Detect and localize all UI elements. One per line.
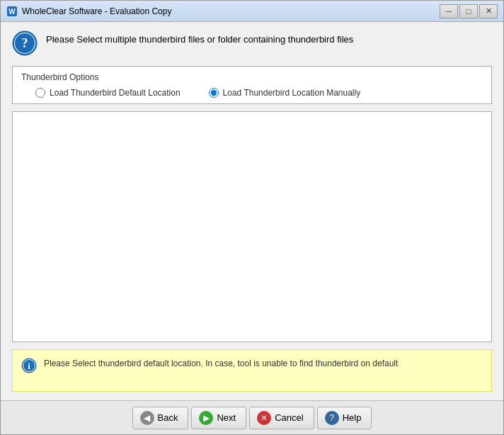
cancel-button[interactable]: ✕ Cancel: [249, 407, 314, 429]
svg-text:i: i: [28, 361, 30, 371]
info-text: Please Select thunderbird default locati…: [44, 357, 398, 370]
help-button[interactable]: ? Help: [317, 407, 372, 429]
question-icon: ?: [12, 30, 38, 56]
svg-text:?: ?: [22, 36, 28, 50]
minimize-button[interactable]: ─: [440, 4, 458, 18]
close-button[interactable]: ✕: [479, 4, 498, 18]
header-row: ? Please Select multiple thunderbird fil…: [12, 30, 492, 56]
info-icon: i: [21, 358, 37, 373]
options-row: Load Thunderbird Default Location Load T…: [21, 88, 483, 98]
back-icon: ◀: [140, 411, 154, 425]
header-text: Please Select multiple thunderbird files…: [46, 30, 353, 46]
title-bar: W WholeClear Software - Evaluation Copy …: [1, 1, 503, 22]
bottom-strip: ◀ Back ▶ Next ✕ Cancel ? Help: [1, 400, 503, 434]
main-content: ? Please Select multiple thunderbird fil…: [1, 22, 503, 400]
next-icon: ▶: [199, 411, 213, 425]
info-bar: i Please Select thunderbird default loca…: [12, 349, 492, 392]
radio-default[interactable]: [35, 88, 45, 98]
next-label: Next: [217, 412, 236, 423]
restore-button[interactable]: □: [459, 4, 478, 18]
help-icon: ?: [325, 411, 339, 425]
window-controls: ─ □ ✕: [440, 4, 498, 18]
radio-manual-label[interactable]: Load Thunderbird Location Manually: [209, 88, 361, 98]
back-button[interactable]: ◀ Back: [132, 407, 189, 429]
radio-manual[interactable]: [209, 88, 219, 98]
help-label: Help: [343, 412, 362, 423]
options-group: Thunderbird Options Load Thunderbird Def…: [12, 66, 492, 104]
cancel-label: Cancel: [275, 412, 303, 423]
radio-default-text: Load Thunderbird Default Location: [50, 88, 181, 98]
back-label: Back: [158, 412, 178, 423]
window-title: WholeClear Software - Evaluation Copy: [22, 6, 440, 16]
svg-text:W: W: [8, 8, 16, 16]
radio-default-label[interactable]: Load Thunderbird Default Location: [35, 88, 181, 98]
radio-manual-text: Load Thunderbird Location Manually: [223, 88, 361, 98]
file-list-box[interactable]: [12, 111, 492, 342]
main-window: W WholeClear Software - Evaluation Copy …: [0, 0, 504, 435]
options-legend: Thunderbird Options: [21, 72, 483, 82]
app-icon: W: [6, 6, 18, 17]
cancel-icon: ✕: [257, 411, 271, 425]
next-button[interactable]: ▶ Next: [191, 407, 246, 429]
